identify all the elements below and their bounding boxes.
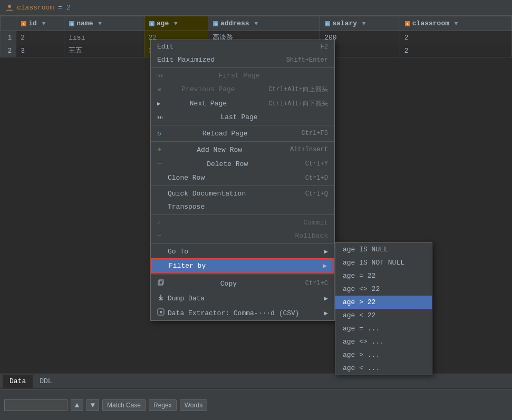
ctx-edit-maximized-label: Edit Maximized bbox=[157, 56, 215, 64]
prev-page-icon: ◀ bbox=[157, 86, 161, 93]
sep6 bbox=[151, 243, 334, 244]
ctx-edit[interactable]: Edit F2 bbox=[151, 40, 334, 53]
ctx-edit-maximized[interactable]: Edit Maximized Shift+Enter bbox=[151, 53, 334, 66]
ctx-edit-label: Edit bbox=[157, 43, 173, 51]
ctx-dump-data[interactable]: Dump Data ▶ bbox=[151, 291, 334, 306]
submenu-neq22-label: age <> 22 bbox=[343, 285, 380, 293]
submenu-eqdot[interactable]: age = ... bbox=[335, 322, 432, 335]
submenu-gtdot[interactable]: age > ... bbox=[335, 348, 432, 362]
first-page-icon: ⏮ bbox=[157, 72, 163, 79]
ctx-data-extractor[interactable]: ▦ Data Extractor: Comma-···d (CSV) ▶ bbox=[151, 306, 334, 320]
svg-point-0 bbox=[8, 5, 11, 8]
cell-name-1[interactable]: lisi bbox=[64, 31, 144, 44]
top-bar: classroom = 2 bbox=[0, 0, 512, 16]
ctx-quick-doc[interactable]: Quick Documentation Ctrl+Q bbox=[151, 187, 334, 200]
submenu-neqdot-label: age <> ... bbox=[343, 338, 384, 346]
svg-text:C: C bbox=[151, 22, 153, 26]
filter-by-arrow-icon: ▶ bbox=[323, 262, 327, 270]
ctx-delete-row[interactable]: − Delete Row Ctrl+Y bbox=[151, 157, 334, 171]
submenu-gt22[interactable]: age > 22 bbox=[335, 296, 432, 309]
submenu-neq22[interactable]: age <> 22 bbox=[335, 282, 432, 296]
tab-ddl[interactable]: DDL bbox=[33, 375, 59, 388]
ctx-reload[interactable]: ↻ Reload Page Ctrl+F5 bbox=[151, 126, 334, 140]
user-icon bbox=[5, 4, 14, 12]
reload-icon: ↻ bbox=[157, 129, 161, 138]
submenu-eqdot-label: age = ... bbox=[343, 325, 380, 333]
ctx-rollback-label: Rollback bbox=[295, 232, 328, 240]
ctx-clone-row[interactable]: Clone Row Ctrl+D bbox=[151, 171, 334, 184]
col-header-age[interactable]: Cage ▼ bbox=[144, 16, 208, 31]
sep5 bbox=[151, 214, 334, 215]
filter-input[interactable] bbox=[4, 399, 67, 411]
words-button[interactable]: Words bbox=[180, 399, 207, 411]
ctx-clone-row-label: Clone Row bbox=[168, 174, 205, 182]
sep7 bbox=[151, 275, 334, 275]
submenu-lt22[interactable]: age < 22 bbox=[335, 309, 432, 322]
ctx-quick-doc-label: Quick Documentation bbox=[168, 190, 246, 198]
match-case-button[interactable]: Match Case bbox=[102, 399, 146, 411]
submenu-gtdot-label: age > ... bbox=[343, 351, 380, 359]
cell-classroom-2[interactable]: 2 bbox=[400, 44, 511, 57]
goto-arrow-icon: ▶ bbox=[324, 248, 328, 256]
rollback-icon: ↩ bbox=[157, 232, 161, 240]
filter-submenu: age IS NULL age IS NOT NULL age = 22 age… bbox=[335, 242, 432, 375]
submenu-ltdot-label: age < ... bbox=[343, 364, 380, 372]
next-page-icon: ▶ bbox=[157, 100, 161, 107]
data-extractor-icon: ▦ bbox=[157, 308, 165, 318]
ctx-first-page-label: First Page bbox=[218, 72, 259, 80]
ctx-prev-page: ◀ Previous Page Ctrl+Alt+向上箭头 bbox=[151, 82, 334, 96]
ctx-last-page[interactable]: ⏭ Last Page bbox=[151, 111, 334, 124]
ctx-rollback: ↩ Rollback bbox=[151, 229, 334, 242]
submenu-lt22-label: age < 22 bbox=[343, 311, 375, 319]
cell-name-2[interactable]: 王五 bbox=[64, 44, 144, 57]
ctx-goto[interactable]: Go To ▶ bbox=[151, 245, 334, 258]
data-extractor-arrow-icon: ▶ bbox=[324, 309, 328, 317]
ctx-goto-label: Go To bbox=[168, 248, 188, 256]
scroll-up-button[interactable]: ▲ bbox=[71, 399, 83, 411]
tab-data[interactable]: Data bbox=[3, 375, 33, 388]
dump-data-arrow-icon: ▶ bbox=[324, 295, 328, 302]
submenu-ltdot[interactable]: age < ... bbox=[335, 362, 432, 375]
col-header-classroom[interactable]: Kclassroom ▼ bbox=[400, 16, 511, 31]
copy-icon bbox=[157, 279, 165, 288]
ctx-next-page-label: Next Page bbox=[190, 100, 227, 108]
bottom-toolbar: ▲ ▼ Match Case Regex Words bbox=[0, 389, 512, 420]
ctx-add-row[interactable]: + Add New Row Alt+Insert bbox=[151, 143, 334, 157]
scroll-down-button[interactable]: ▼ bbox=[86, 399, 99, 411]
commit-icon: ✓ bbox=[157, 219, 161, 227]
words-label: Words bbox=[185, 402, 202, 409]
cell-id-2[interactable]: 3 bbox=[16, 44, 64, 57]
svg-rect-14 bbox=[159, 280, 163, 284]
last-page-icon: ⏭ bbox=[157, 114, 163, 121]
svg-text:C: C bbox=[71, 22, 73, 26]
sep4 bbox=[151, 185, 334, 186]
submenu-is-null[interactable]: age IS NULL bbox=[335, 243, 432, 256]
submenu-neqdot[interactable]: age <> ... bbox=[335, 335, 432, 348]
cell-id-1[interactable]: 2 bbox=[16, 31, 64, 44]
regex-button[interactable]: Regex bbox=[149, 399, 177, 411]
ctx-commit-label: Commit bbox=[303, 219, 328, 227]
ctx-copy[interactable]: Copy Ctrl+C bbox=[151, 276, 334, 291]
col-header-id[interactable]: Kid ▼ bbox=[16, 16, 64, 31]
svg-text:C: C bbox=[215, 22, 217, 26]
col-header-salary[interactable]: Csalary ▼ bbox=[320, 16, 400, 31]
delete-row-icon: − bbox=[157, 159, 162, 169]
submenu-eq22[interactable]: age = 22 bbox=[335, 269, 432, 282]
dump-data-icon bbox=[157, 294, 165, 303]
regex-label: Regex bbox=[153, 402, 172, 409]
ctx-transpose[interactable]: Transpose bbox=[151, 200, 334, 213]
ctx-filter-by-label: Filter by bbox=[169, 262, 206, 270]
submenu-is-not-null-label: age IS NOT NULL bbox=[343, 259, 404, 267]
row-num-2: 2 bbox=[1, 44, 16, 57]
sep3 bbox=[151, 141, 334, 142]
col-header-name[interactable]: Cname ▼ bbox=[64, 16, 144, 31]
ctx-edit-maximized-shortcut: Shift+Enter bbox=[286, 56, 328, 64]
ctx-delete-row-label: Delete Row bbox=[207, 160, 248, 168]
submenu-is-not-null[interactable]: age IS NOT NULL bbox=[335, 256, 432, 269]
col-header-address[interactable]: Caddress ▼ bbox=[208, 16, 320, 31]
cell-classroom-1[interactable]: 2 bbox=[400, 31, 511, 44]
ctx-filter-by[interactable]: Filter by ▶ bbox=[151, 258, 334, 274]
ctx-next-page[interactable]: ▶ Next Page Ctrl+Alt+向下箭头 bbox=[151, 96, 334, 111]
ctx-add-row-label: Add New Row bbox=[197, 146, 242, 154]
row-num-1: 1 bbox=[1, 31, 16, 44]
